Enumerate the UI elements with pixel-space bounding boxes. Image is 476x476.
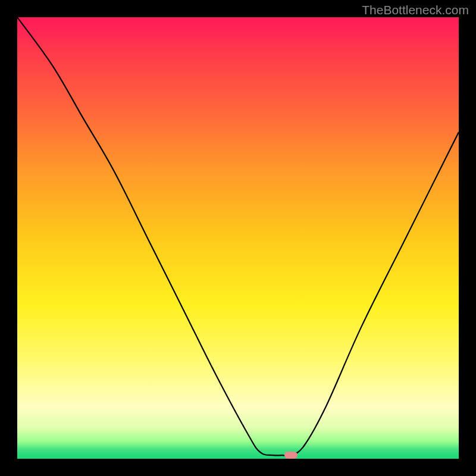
plot-area	[17, 17, 459, 459]
optimal-marker	[284, 452, 298, 459]
watermark: TheBottleneck.com	[362, 3, 469, 17]
curve-svg	[17, 17, 459, 459]
bottleneck-curve	[17, 17, 459, 456]
